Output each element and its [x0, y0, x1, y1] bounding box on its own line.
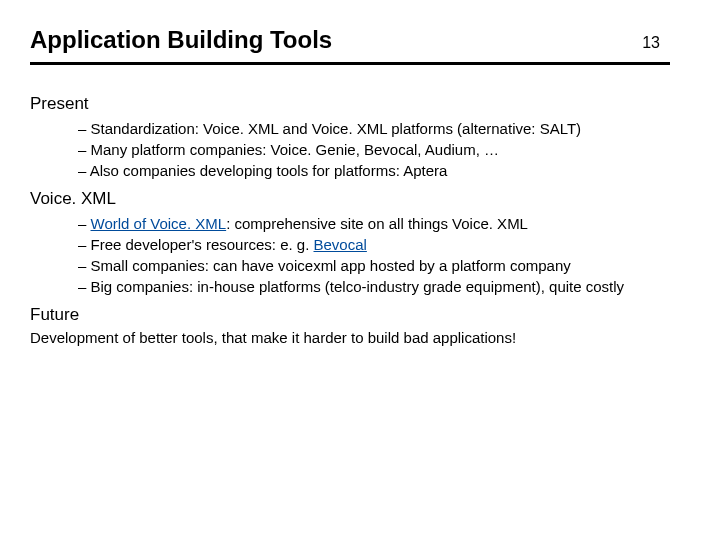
future-text: Development of better tools, that make i… — [30, 328, 690, 348]
section-heading-voicexml: Voice. XML — [30, 188, 690, 211]
list-item: Many platform companies: Voice. Genie, B… — [30, 140, 690, 160]
voicexml-list: World of Voice. XML: comprehensive site … — [30, 214, 690, 298]
present-list: Standardization: Voice. XML and Voice. X… — [30, 119, 690, 182]
list-item: Big companies: in-house platforms (telco… — [30, 277, 690, 297]
slide-number: 13 — [642, 34, 660, 52]
item-text: : comprehensive site on all things Voice… — [226, 215, 528, 232]
content: Present Standardization: Voice. XML and … — [30, 93, 690, 348]
section-heading-future: Future — [30, 304, 690, 327]
item-text: Standardization: Voice. XML and Voice. X… — [91, 120, 582, 137]
header: Application Building Tools 13 — [30, 26, 690, 54]
item-text: Free developer's resources: e. g. — [91, 236, 314, 253]
list-item: Standardization: Voice. XML and Voice. X… — [30, 119, 690, 139]
link-world-of-voicexml[interactable]: World of Voice. XML — [91, 215, 227, 232]
link-bevocal[interactable]: Bevocal — [314, 236, 367, 253]
list-item: Small companies: can have voicexml app h… — [30, 256, 690, 276]
section-heading-present: Present — [30, 93, 690, 116]
page-title: Application Building Tools — [30, 26, 332, 54]
item-text: Big companies: in-house platforms (telco… — [91, 278, 625, 295]
future-block: Future Development of better tools, that… — [30, 304, 690, 348]
list-item: Also companies developing tools for plat… — [30, 161, 690, 181]
slide: Application Building Tools 13 Present St… — [0, 0, 720, 540]
list-item: Free developer's resources: e. g. Bevoca… — [30, 235, 690, 255]
divider — [30, 62, 670, 65]
list-item: World of Voice. XML: comprehensive site … — [30, 214, 690, 234]
item-text: Many platform companies: Voice. Genie, B… — [91, 141, 500, 158]
item-text: Small companies: can have voicexml app h… — [91, 257, 571, 274]
item-text: Also companies developing tools for plat… — [90, 162, 448, 179]
